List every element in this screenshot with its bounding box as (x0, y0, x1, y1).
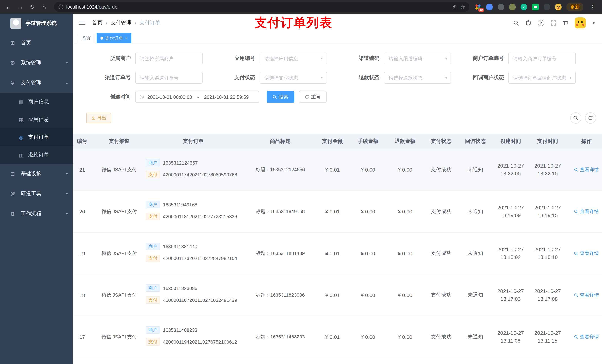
forward-icon[interactable]: → (16, 2, 25, 12)
help-icon[interactable]: ? (538, 20, 544, 26)
cell-fee-amount: ¥ 0.00 (350, 191, 387, 232)
extension-chat-icon[interactable] (532, 3, 539, 10)
search-icon[interactable] (513, 20, 519, 26)
table-row: 21 微信 JSAPI 支付 商户 1635312124657 支付 42000… (73, 149, 602, 191)
app-id-select[interactable] (259, 52, 327, 64)
browser-toolbar: ← → ↻ ⌂ ⓘ localhost:1024/pay/order ☆ 10 … (0, 0, 602, 14)
cell-pay-amount: ¥ 0.01 (315, 274, 350, 316)
cell-refund-amount (387, 358, 424, 364)
bank-card-icon: ▤ (18, 99, 24, 104)
extension-dark-icon[interactable] (544, 3, 550, 10)
table-refresh-icon[interactable] (585, 113, 596, 124)
filter-form: 所属商户 应用编号 ▼ 渠道编码 ▼ 商户订单编号 (73, 52, 602, 103)
cell-order: 商户 1635311881440 支付 42000011732021102728… (141, 232, 245, 274)
hamburger-icon[interactable] (79, 19, 86, 27)
view-detail-link[interactable]: 查看详情 (574, 250, 599, 257)
browser-menu-icon[interactable]: ⋮ (588, 3, 597, 10)
cell-created: 2021-10-2713:17:03 (492, 274, 529, 316)
merchant-tag: 商户 (146, 326, 160, 334)
cell-created: 2021-10-2713:11:08 (492, 316, 529, 358)
view-detail-link[interactable]: 查看详情 (574, 334, 599, 340)
cell-refund-amount: ¥ 0.00 (387, 191, 424, 232)
fullscreen-icon[interactable] (550, 20, 557, 26)
cell-channel: 微信 JSAPI 支付 (97, 232, 141, 274)
share-icon[interactable] (452, 4, 457, 10)
view-detail-link[interactable]: 查看详情 (574, 208, 599, 215)
cell-paid (529, 358, 566, 364)
breadcrumb-home[interactable]: 首页 (92, 20, 103, 26)
merchant-filter-input[interactable] (135, 52, 203, 64)
breadcrumb-payment[interactable]: 支付管理 (111, 20, 131, 26)
sidebar-item-dev-tools[interactable]: ⚒ 研发工具 ▾ (0, 184, 73, 204)
reload-icon[interactable]: ↻ (27, 2, 37, 12)
merchant-order-no-input[interactable] (508, 52, 576, 64)
col-paid: 支付时间 (529, 134, 566, 149)
col-channel: 支付渠道 (97, 134, 141, 149)
sidebar-item-pay-order[interactable]: ◎ 支付订单 (0, 128, 73, 146)
channel-order-no: 4200001167202110271022491439 (163, 297, 237, 303)
breadcrumb-current: 支付订单 (140, 20, 160, 26)
sidebar-item-payment[interactable]: ¥ 支付管理 ▴ (0, 73, 73, 93)
sidebar-item-workflow[interactable]: ⧉ 工作流程 ▾ (0, 204, 73, 224)
date-end: 2021-10-31 23:59:59 (204, 94, 249, 100)
home-icon[interactable]: ⌂ (39, 2, 49, 12)
tab-pay-order[interactable]: 支付订单 × (97, 33, 131, 43)
sidebar-item-infra[interactable]: ⊡ 基础设施 ▾ (0, 164, 73, 184)
date-range-picker[interactable]: 2021-10-01 00:00:00 - 2021-10-31 23:59:5… (135, 91, 259, 103)
cell-channel (97, 358, 141, 364)
caret-down-icon[interactable]: ▼ (592, 21, 595, 25)
toggle-search-icon[interactable] (570, 113, 581, 124)
browser-update-button[interactable]: 更新 (567, 2, 583, 11)
cell-notify-status: 未通知 (459, 232, 492, 274)
channel-order-no-input[interactable] (135, 72, 203, 83)
cell-order: 商户 1635312124657 支付 42000011742021102780… (141, 149, 245, 191)
tab-close-icon[interactable]: × (125, 35, 128, 41)
merchant-order-no: 1635311949168 (163, 202, 197, 207)
search-button[interactable]: 搜索 (267, 91, 294, 103)
cell-title: 标题：1635311468233 (245, 316, 315, 358)
pay-status-select[interactable] (259, 72, 327, 83)
cell-order: 商户 1635311468233 支付 42000011942021102767… (141, 316, 245, 358)
sidebar-item-app-info[interactable]: ▦ 应用信息 (0, 111, 73, 128)
extension-gray-icon[interactable] (498, 3, 504, 10)
breadcrumb: 首页 / 支付管理 / 支付订单 (92, 20, 160, 26)
back-icon[interactable]: ← (4, 2, 13, 12)
reset-button[interactable]: 重置 (299, 91, 327, 103)
clock-icon (139, 94, 144, 100)
sidebar-item-home[interactable]: ⊞ 首页 (0, 33, 73, 53)
font-size-icon[interactable]: TT (563, 20, 569, 26)
cell-fee-amount (350, 358, 387, 364)
cell-id: 18 (73, 274, 97, 316)
notify-status-select[interactable] (508, 72, 576, 83)
target-icon: ◎ (18, 135, 24, 140)
tab-home[interactable]: 首页 (78, 33, 94, 43)
extension-check-icon[interactable]: ✓ (521, 3, 527, 10)
export-button[interactable]: 导出 (86, 113, 111, 123)
pay-tag: 支付 (146, 254, 160, 262)
cell-created: 2021-10-2713:18:02 (492, 232, 529, 274)
bookmark-star-icon[interactable]: ☆ (460, 4, 465, 10)
sidebar-item-refund-order[interactable]: ▥ 退款订单 (0, 146, 73, 164)
cell-refund-amount: ¥ 0.00 (387, 149, 424, 191)
extension-grid-icon[interactable]: 10 (475, 3, 481, 10)
refund-status-select[interactable] (384, 72, 451, 83)
view-detail-link[interactable]: 查看详情 (574, 166, 599, 173)
site-info-icon[interactable]: ⓘ (58, 3, 63, 10)
view-detail-link[interactable]: 查看详情 (574, 292, 599, 299)
cell-action: 查看详情 (566, 232, 602, 274)
col-action: 操作 (566, 134, 602, 149)
extension-blue-icon[interactable] (486, 3, 493, 10)
address-bar[interactable]: ⓘ localhost:1024/pay/order ☆ (54, 2, 469, 12)
cell-pay-status: 支付成功 (424, 191, 459, 232)
active-dot (100, 37, 103, 40)
extension-smiley-icon[interactable] (555, 3, 562, 10)
github-icon[interactable] (525, 20, 531, 26)
chevron-down-icon: ▾ (66, 61, 68, 65)
channel-code-select[interactable] (384, 52, 451, 64)
sidebar-item-merchant-info[interactable]: ▤ 商户信息 (0, 93, 73, 111)
user-avatar[interactable] (575, 17, 586, 29)
extension-olive-icon[interactable] (509, 3, 516, 10)
merchant-tag: 商户 (146, 284, 160, 292)
app-logo: 芋道管理系统 (0, 14, 73, 33)
sidebar-item-system[interactable]: ⚙ 系统管理 ▾ (0, 53, 73, 73)
